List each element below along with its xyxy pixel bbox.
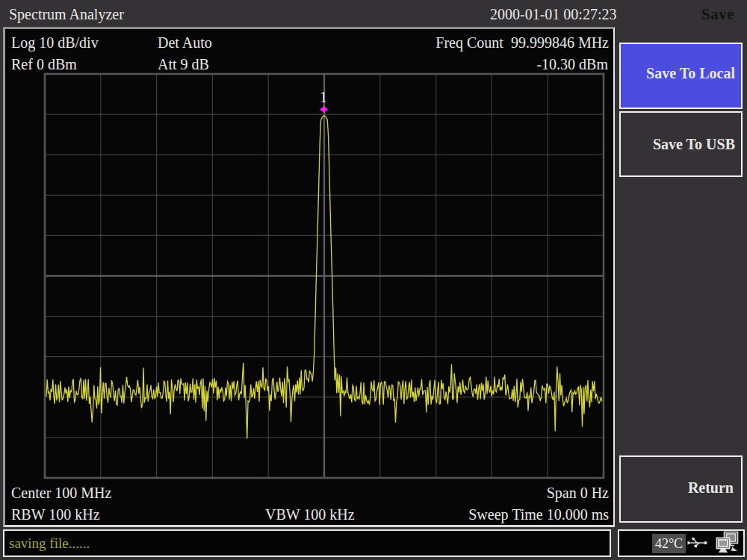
svg-text:1: 1 — [320, 89, 327, 105]
